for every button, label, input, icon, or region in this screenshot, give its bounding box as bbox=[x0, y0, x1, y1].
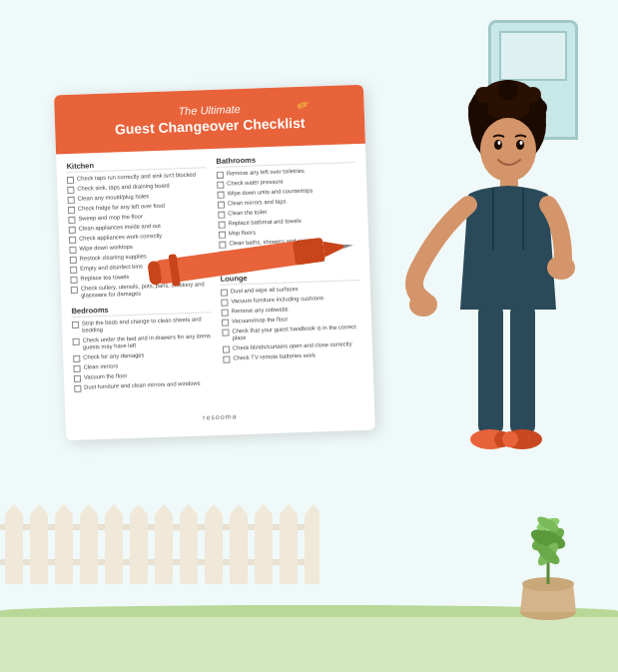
kitchen-title: Kitchen bbox=[66, 157, 206, 173]
svg-point-59 bbox=[547, 256, 575, 280]
svg-rect-10 bbox=[205, 514, 223, 584]
checkbox bbox=[68, 207, 75, 214]
svg-rect-2 bbox=[5, 514, 23, 584]
svg-marker-21 bbox=[155, 504, 173, 514]
svg-rect-6 bbox=[105, 514, 123, 584]
checkbox bbox=[74, 385, 81, 392]
svg-point-54 bbox=[516, 140, 524, 150]
svg-rect-9 bbox=[180, 514, 198, 584]
checkbox bbox=[222, 309, 229, 316]
checkbox bbox=[222, 319, 229, 326]
bedrooms-title: Bedrooms bbox=[71, 302, 211, 318]
checkbox bbox=[73, 355, 80, 362]
svg-point-55 bbox=[498, 141, 501, 145]
svg-rect-14 bbox=[305, 514, 319, 584]
svg-point-49 bbox=[475, 87, 491, 103]
svg-marker-40 bbox=[343, 243, 353, 248]
svg-rect-8 bbox=[155, 514, 173, 584]
checkbox bbox=[68, 217, 75, 224]
svg-rect-38 bbox=[293, 238, 325, 266]
checkbox bbox=[222, 329, 229, 336]
svg-marker-20 bbox=[130, 504, 148, 514]
checkbox bbox=[223, 355, 230, 362]
checkbox bbox=[221, 299, 228, 306]
checkbox bbox=[70, 267, 77, 274]
svg-marker-16 bbox=[30, 504, 48, 514]
bathrooms-title: Bathrooms bbox=[216, 152, 355, 168]
svg-rect-5 bbox=[80, 514, 98, 584]
svg-point-52 bbox=[480, 118, 536, 182]
svg-marker-18 bbox=[80, 504, 98, 514]
svg-rect-3 bbox=[30, 514, 48, 584]
logo-text: resooma bbox=[203, 412, 237, 420]
svg-point-58 bbox=[409, 293, 437, 317]
svg-marker-25 bbox=[255, 504, 273, 514]
svg-rect-60 bbox=[478, 305, 503, 434]
checkbox bbox=[219, 221, 226, 228]
svg-point-51 bbox=[498, 80, 518, 100]
checkbox bbox=[217, 171, 224, 178]
svg-point-53 bbox=[494, 140, 502, 150]
checkbox bbox=[73, 338, 80, 345]
checkbox bbox=[69, 227, 76, 234]
svg-rect-61 bbox=[510, 305, 535, 434]
checkbox bbox=[74, 365, 81, 372]
checkbox bbox=[67, 177, 74, 184]
checkbox bbox=[72, 322, 79, 329]
checkbox bbox=[70, 277, 77, 284]
svg-rect-11 bbox=[230, 514, 248, 584]
svg-marker-22 bbox=[180, 504, 198, 514]
checkbox bbox=[70, 257, 77, 264]
checkbox bbox=[68, 197, 75, 204]
checkbox bbox=[69, 237, 76, 244]
checkbox bbox=[74, 375, 81, 382]
svg-rect-13 bbox=[280, 514, 298, 584]
checkbox bbox=[223, 345, 230, 352]
checkbox bbox=[69, 247, 76, 254]
person-illustration bbox=[378, 50, 598, 569]
fence-illustration bbox=[0, 504, 319, 614]
svg-marker-27 bbox=[305, 504, 319, 514]
svg-marker-24 bbox=[230, 504, 248, 514]
svg-rect-4 bbox=[55, 514, 73, 584]
svg-point-56 bbox=[520, 141, 523, 145]
checkbox bbox=[218, 191, 225, 198]
checkbox bbox=[218, 201, 225, 208]
checkbox bbox=[67, 187, 74, 194]
svg-marker-17 bbox=[55, 504, 73, 514]
svg-point-50 bbox=[525, 87, 541, 103]
svg-marker-15 bbox=[5, 504, 23, 514]
svg-point-65 bbox=[502, 431, 518, 447]
svg-marker-26 bbox=[280, 504, 298, 514]
svg-marker-23 bbox=[205, 504, 223, 514]
checkbox bbox=[217, 181, 224, 188]
document-header: The Ultimate ✏ Guest Changeover Checklis… bbox=[54, 85, 365, 155]
svg-rect-7 bbox=[130, 514, 148, 584]
checkbox bbox=[218, 211, 225, 218]
checkbox bbox=[71, 287, 78, 294]
svg-rect-12 bbox=[255, 514, 273, 584]
svg-marker-19 bbox=[105, 504, 123, 514]
